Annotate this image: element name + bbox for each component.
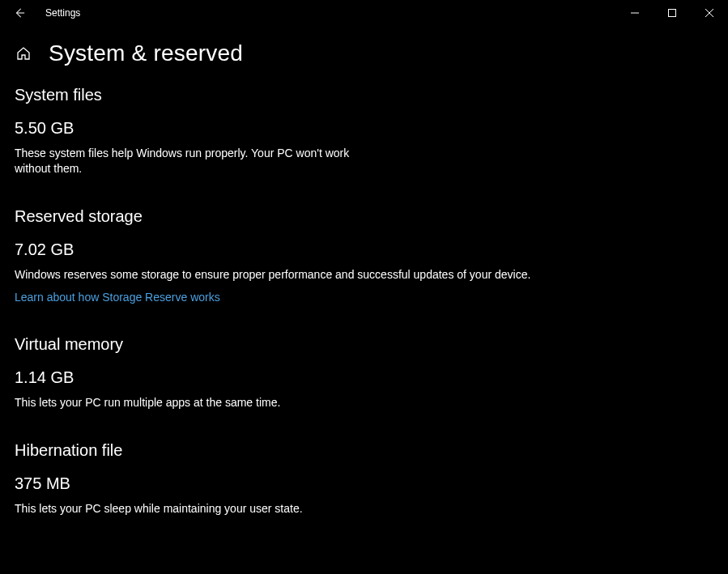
back-arrow-icon bbox=[14, 7, 25, 19]
reserved-storage-value: 7.02 GB bbox=[15, 240, 713, 259]
reserved-storage-title: Reserved storage bbox=[15, 207, 713, 226]
minimize-button[interactable] bbox=[616, 0, 653, 26]
titlebar: Settings bbox=[0, 0, 728, 26]
app-title: Settings bbox=[45, 7, 80, 19]
system-files-section: System files 5.50 GB These system files … bbox=[15, 86, 713, 176]
hibernation-file-description: This lets your PC sleep while maintainin… bbox=[15, 501, 533, 517]
hibernation-file-title: Hibernation file bbox=[15, 441, 713, 460]
reserved-storage-section: Reserved storage 7.02 GB Windows reserve… bbox=[15, 207, 713, 304]
virtual-memory-description: This lets your PC run multiple apps at t… bbox=[15, 395, 533, 410]
window-controls bbox=[616, 0, 728, 26]
close-icon bbox=[705, 9, 713, 17]
hibernation-file-value: 375 MB bbox=[15, 474, 713, 493]
virtual-memory-value: 1.14 GB bbox=[15, 368, 713, 387]
page-header: System & reserved bbox=[0, 26, 728, 66]
content-area: System files 5.50 GB These system files … bbox=[0, 86, 728, 516]
reserved-storage-description: Windows reserves some storage to ensure … bbox=[15, 267, 533, 283]
back-button[interactable] bbox=[6, 0, 32, 26]
home-button[interactable] bbox=[15, 45, 32, 62]
home-icon bbox=[16, 46, 31, 61]
system-files-description: These system files help Windows run prop… bbox=[15, 146, 355, 176]
close-button[interactable] bbox=[691, 0, 728, 26]
minimize-icon bbox=[631, 9, 639, 17]
virtual-memory-section: Virtual memory 1.14 GB This lets your PC… bbox=[15, 335, 713, 410]
hibernation-file-section: Hibernation file 375 MB This lets your P… bbox=[15, 441, 713, 517]
maximize-button[interactable] bbox=[653, 0, 691, 26]
system-files-title: System files bbox=[15, 86, 713, 104]
system-files-value: 5.50 GB bbox=[15, 119, 713, 138]
maximize-icon bbox=[668, 9, 676, 17]
page-title: System & reserved bbox=[49, 40, 243, 66]
svg-rect-0 bbox=[669, 10, 676, 17]
virtual-memory-title: Virtual memory bbox=[15, 335, 713, 354]
storage-reserve-link[interactable]: Learn about how Storage Reserve works bbox=[15, 291, 220, 304]
